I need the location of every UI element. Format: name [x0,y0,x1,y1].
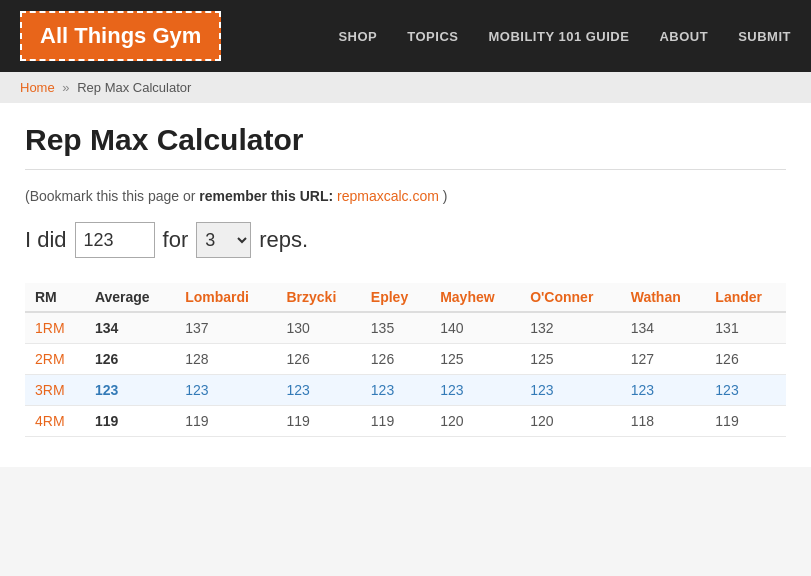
site-header: All Things Gym SHOP TOPICS MOBILITY 101 … [0,0,811,72]
nav-topics[interactable]: TOPICS [407,29,458,44]
nav-submit[interactable]: SUBMIT [738,29,791,44]
nav-about[interactable]: ABOUT [659,29,708,44]
table-row: 2RM126128126126125125127126 [25,344,786,375]
calculator-row: I did for 1 2 3 4 5 6 7 8 9 10 reps. [25,222,786,258]
page-title: Rep Max Calculator [25,123,786,170]
col-header-mayhew: Mayhew [430,283,520,312]
col-header-brzycki: Brzycki [276,283,360,312]
breadcrumb-current: Rep Max Calculator [77,80,191,95]
col-header-avg: Average [85,283,175,312]
results-table: RM Average Lombardi Brzycki Epley Mayhew… [25,283,786,437]
table-row: 3RM123123123123123123123123 [25,375,786,406]
col-header-epley: Epley [361,283,430,312]
breadcrumb-home-link[interactable]: Home [20,80,55,95]
site-logo[interactable]: All Things Gym [20,11,221,61]
table-row: 1RM134137130135140132134131 [25,312,786,344]
bookmark-bold-label: remember this URL: [199,188,333,204]
col-header-oconner: O'Conner [520,283,621,312]
weight-input[interactable] [75,222,155,258]
col-header-wathan: Wathan [621,283,706,312]
calc-for-label: for [163,227,189,253]
table-row: 4RM119119119119120120118119 [25,406,786,437]
calc-suffix-label: reps. [259,227,308,253]
col-header-lombardi: Lombardi [175,283,276,312]
col-header-lander: Lander [705,283,786,312]
bookmark-line: (Bookmark this this page or remember thi… [25,188,786,204]
main-nav: SHOP TOPICS MOBILITY 101 GUIDE ABOUT SUB… [338,29,791,44]
nav-mobility[interactable]: MOBILITY 101 GUIDE [488,29,629,44]
col-header-rm: RM [25,283,85,312]
reps-select[interactable]: 1 2 3 4 5 6 7 8 9 10 [196,222,251,258]
bookmark-url[interactable]: repmaxcalc.com [337,188,439,204]
bookmark-prefix: (Bookmark this this page or [25,188,199,204]
breadcrumb-separator: » [62,80,69,95]
calc-prefix-label: I did [25,227,67,253]
bookmark-suffix: ) [443,188,448,204]
breadcrumb: Home » Rep Max Calculator [0,72,811,103]
main-content: Rep Max Calculator (Bookmark this this p… [0,103,811,467]
nav-shop[interactable]: SHOP [338,29,377,44]
